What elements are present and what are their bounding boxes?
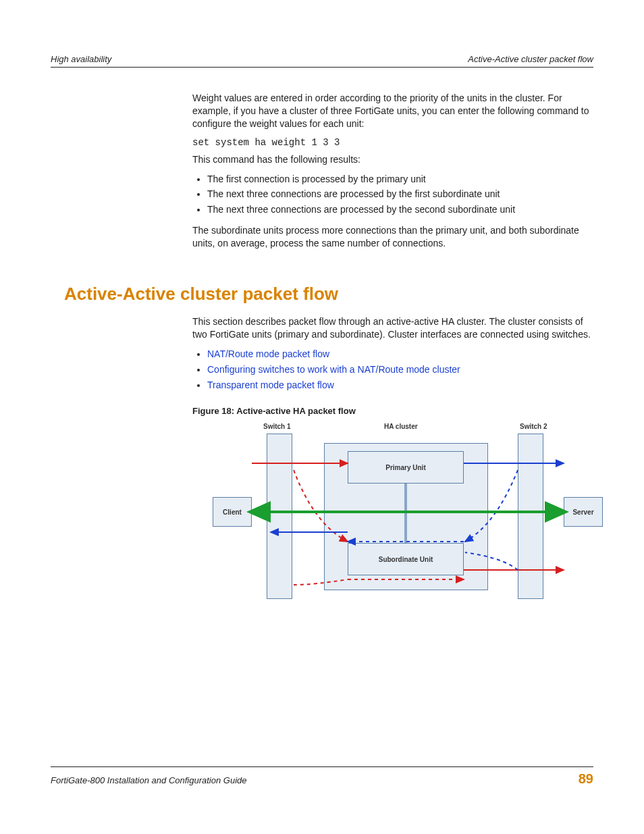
running-header: High availability Active-Active cluster … [51, 54, 593, 68]
intro-bullet: The next three connections are processed… [207, 188, 593, 201]
footer-title: FortiGate-800 Installation and Configura… [51, 775, 247, 785]
link-nat-route[interactable]: NAT/Route mode packet flow [207, 348, 329, 359]
flow-arrows [213, 423, 611, 605]
link-item: NAT/Route mode packet flow [207, 348, 593, 361]
code-block: set system ha weight 1 3 3 [192, 137, 593, 148]
figure-caption: Figure 18: Active-active HA packet flow [192, 406, 593, 416]
page-footer: FortiGate-800 Installation and Configura… [51, 766, 593, 787]
intro-p1: Weight values are entered in order accor… [192, 92, 593, 130]
section-heading: Active-Active cluster packet flow [64, 284, 593, 305]
link-transparent[interactable]: Transparent mode packet flow [207, 380, 334, 390]
link-item: Configuring switches to work with a NAT/… [207, 363, 593, 376]
intro-p3: The subordinate units process more conne… [192, 224, 593, 250]
intro-bullets: The first connection is processed by the… [192, 173, 593, 217]
intro-bullet: The first connection is processed by the… [207, 173, 593, 186]
packet-flow-diagram: Switch 1 Switch 2 HA cluster Primary Uni… [213, 423, 611, 605]
link-switch-config[interactable]: Configuring switches to work with a NAT/… [207, 364, 460, 375]
intro-p2: This command has the following results: [192, 153, 593, 166]
header-right: Active-Active cluster packet flow [468, 54, 593, 64]
section-p1: This section describes packet flow throu… [192, 315, 593, 341]
section-links: NAT/Route mode packet flow Configuring s… [192, 348, 593, 392]
page-number: 89 [579, 771, 593, 787]
header-left: High availability [51, 54, 111, 64]
intro-bullet: The next three connections are processed… [207, 203, 593, 216]
link-item: Transparent mode packet flow [207, 379, 593, 392]
